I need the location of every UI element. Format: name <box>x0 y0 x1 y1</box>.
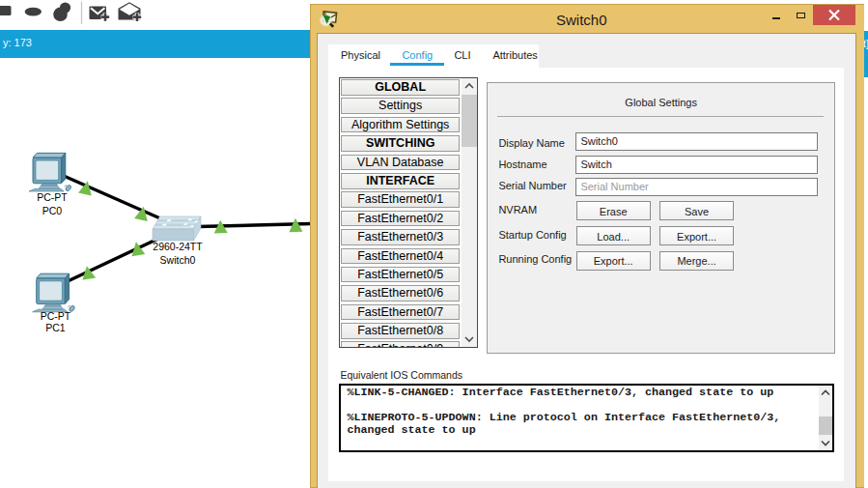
svg-text:PC0: PC0 <box>42 205 63 216</box>
svg-text:Switch0: Switch0 <box>160 254 196 266</box>
svg-text:PC-PT: PC-PT <box>41 310 71 322</box>
svg-text:PC-PT: PC-PT <box>37 191 68 203</box>
svg-text:PC1: PC1 <box>45 322 66 333</box>
svg-text:2960-24TT: 2960-24TT <box>153 241 203 252</box>
